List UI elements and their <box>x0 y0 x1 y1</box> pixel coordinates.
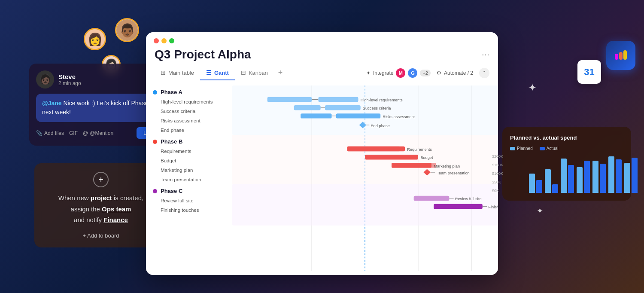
google-cal-number: 31 <box>584 67 594 78</box>
bar-actual-2 <box>552 184 558 193</box>
legend-planned: Planned <box>510 146 533 151</box>
y-label-200k: $200K <box>492 154 503 159</box>
svg-rect-15 <box>336 113 380 118</box>
automation-line3: assign the <box>71 205 102 213</box>
avatar-1: 👩 <box>84 28 106 50</box>
chart-card: Planned vs. actual spend Planned Actual … <box>502 127 631 201</box>
svg-rect-5 <box>267 97 312 102</box>
monday-app-icon[interactable] <box>606 41 635 70</box>
phase-a-label: Phase A <box>161 89 182 95</box>
gantt-svg: High-level requirements Success criteria… <box>232 85 498 271</box>
svg-rect-23 <box>347 146 405 151</box>
tab-gantt-label: Gantt <box>214 70 229 76</box>
avatar-2: 👨🏾 <box>115 18 139 42</box>
legend-actual-color <box>540 147 545 150</box>
automate-section[interactable]: ⚙ Automate / 2 <box>437 70 473 76</box>
svg-text:Success criteria: Success criteria <box>363 107 391 111</box>
maximize-dot[interactable] <box>169 38 174 43</box>
add-files-btn[interactable]: 📎 Add files <box>36 130 64 136</box>
bar-planned-1 <box>529 174 535 193</box>
sparkle-2: ✦ <box>537 206 543 216</box>
svg-rect-9 <box>294 105 321 110</box>
task-team-presentation: Team presentation <box>153 175 225 184</box>
collapse-btn[interactable]: ⌃ <box>479 68 489 78</box>
bar-planned-3 <box>561 159 567 193</box>
phase-c-label: Phase C <box>161 188 182 194</box>
legend-actual: Actual <box>540 146 559 151</box>
bar-actual-1 <box>536 180 542 193</box>
y-label-50k: $50K <box>492 180 503 184</box>
at-icon: @ <box>83 130 88 136</box>
bar-group-6 <box>608 156 622 193</box>
task-marketing-plan: Marketing plan <box>153 165 225 175</box>
automate-icon: ⚙ <box>437 70 441 76</box>
bar-group-3 <box>561 159 574 193</box>
automation-project-bold: project <box>91 194 112 201</box>
bar-actual-7 <box>632 158 638 193</box>
phase-b-dot <box>153 140 157 144</box>
integrate-star-icon: ✦ <box>366 70 371 76</box>
gantt-content: Phase A High-level requirements Success … <box>146 81 498 275</box>
automation-line4: and notify <box>74 216 103 223</box>
tab-kanban[interactable]: ⊟ Kanban <box>235 66 274 80</box>
svg-text:Finishing: Finishing <box>488 205 498 210</box>
phase-b-header: Phase B <box>153 137 225 146</box>
gif-label: GIF <box>69 130 78 136</box>
bar-planned-7 <box>624 163 630 193</box>
svg-rect-25 <box>365 155 418 159</box>
tab-main-table-label: Main table <box>168 70 194 76</box>
svg-rect-7 <box>319 97 358 102</box>
automation-ops-team: Ops team <box>102 205 131 213</box>
legend-planned-label: Planned <box>517 146 533 151</box>
add-view-btn[interactable]: + <box>274 65 287 81</box>
svg-text:Team presentation: Team presentation <box>437 171 469 175</box>
window-titlebar <box>146 32 498 43</box>
phase-c-dot <box>153 189 157 193</box>
gantt-chart-area: High-level requirements Success criteria… <box>232 85 498 271</box>
integrate-section[interactable]: ✦ Integrate M G +2 <box>366 68 431 78</box>
tabs-row: ⊞ Main table ☰ Gantt ⊟ Kanban + ✦ Integr… <box>146 65 498 81</box>
tab-main-table[interactable]: ⊞ Main table <box>155 66 200 80</box>
minimize-dot[interactable] <box>161 38 167 43</box>
gif-btn[interactable]: GIF <box>69 130 78 136</box>
phase-a-header: Phase A <box>153 87 225 97</box>
phase-a-dot <box>153 90 157 95</box>
phase-b-label: Phase B <box>161 138 182 145</box>
bar-planned-4 <box>577 167 583 193</box>
table-icon: ⊞ <box>161 69 166 76</box>
gantt-window: Q3 Project Alpha ··· ⊞ Main table ☰ Gant… <box>146 32 498 275</box>
bar-group-1 <box>529 174 542 193</box>
gantt-labels: Phase A High-level requirements Success … <box>146 85 232 271</box>
sparkle-1: ✦ <box>528 82 537 94</box>
phase-c-header: Phase C <box>153 186 225 196</box>
google-cal-app-icon[interactable]: 31 <box>577 60 601 84</box>
tab-gantt[interactable]: ☰ Gantt <box>200 66 235 80</box>
chart-title: Planned vs. actual spend <box>510 134 623 141</box>
close-dot[interactable] <box>154 38 159 43</box>
bar-planned-6 <box>608 156 614 193</box>
task-finishing-touches: Finishing touches <box>153 205 225 215</box>
y-label-0k: $0K <box>492 189 503 193</box>
bar-group-2 <box>545 169 558 193</box>
task-end-phase: End phase <box>153 125 225 135</box>
svg-text:High-level requirements: High-level requirements <box>361 98 403 103</box>
more-options-btn[interactable]: ··· <box>482 49 489 60</box>
bar-chart <box>529 154 623 193</box>
chart-y-labels: $200K $150K $100K $50K $0K <box>492 154 503 193</box>
project-title-row: Q3 Project Alpha ··· <box>146 43 498 65</box>
add-to-board-btn[interactable]: + Add to board <box>43 232 159 239</box>
svg-rect-37 <box>434 204 483 209</box>
task-success-criteria: Success criteria <box>153 107 225 116</box>
svg-rect-13 <box>301 113 331 118</box>
mention-btn[interactable]: @ @Mention <box>83 130 113 136</box>
chat-user-name: Steve <box>58 73 81 80</box>
task-risks-assessment: Risks assessment <box>153 116 225 125</box>
bar-actual-4 <box>584 161 590 193</box>
legend-planned-color <box>510 147 515 150</box>
task-review-full-site: Review full site <box>153 196 225 205</box>
svg-text:End phase: End phase <box>371 124 389 128</box>
automation-plus-icon: + <box>93 172 109 187</box>
bar-planned-5 <box>592 161 598 193</box>
svg-text:Review full site: Review full site <box>455 197 482 201</box>
task-budget: Budget <box>153 156 225 165</box>
